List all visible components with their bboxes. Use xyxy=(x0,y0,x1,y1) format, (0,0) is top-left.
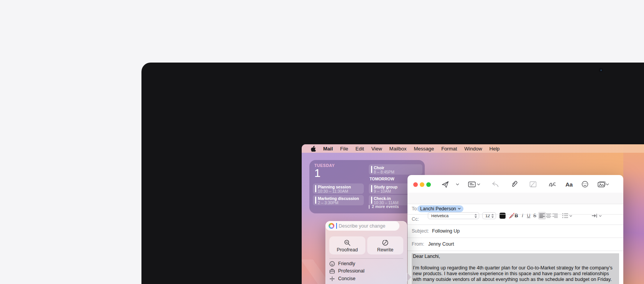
row-divider xyxy=(407,238,623,238)
photo-browser-chevron-icon[interactable] xyxy=(606,183,609,186)
zoom-button[interactable] xyxy=(426,182,431,187)
message-body[interactable]: Dear Lanchi, I’m following up regarding … xyxy=(412,253,619,284)
proofread-label: Proofread xyxy=(329,247,365,253)
event-time: 9 – 10AM xyxy=(374,189,391,193)
describe-change-input[interactable]: Describe your change xyxy=(325,221,399,231)
menu-item-window[interactable]: Window xyxy=(464,146,482,152)
format-button[interactable]: Aa xyxy=(565,181,573,188)
menu-item-mailbox[interactable]: Mailbox xyxy=(389,146,407,152)
rewrite-label: Rewrite xyxy=(367,247,403,253)
more-events-label: 2 more events xyxy=(372,204,399,209)
smiley-icon xyxy=(329,261,335,267)
recipient-token[interactable]: Lanchi Pederson xyxy=(417,205,463,212)
apple-menu-icon[interactable] xyxy=(310,145,316,152)
header-fields-button[interactable] xyxy=(468,180,476,188)
proofread-button[interactable]: Proofread xyxy=(329,236,365,254)
widget-day-number: 1 xyxy=(314,167,320,180)
desktop-screen: Mail File Edit View Mailbox Message Form… xyxy=(302,144,644,284)
menu-item-friendly[interactable]: Friendly xyxy=(329,261,403,268)
input-placeholder: Describe your change xyxy=(339,223,386,229)
menu-item-label: Concise xyxy=(338,276,355,281)
cc-field[interactable] xyxy=(407,214,623,225)
token-chevron-icon xyxy=(458,208,461,210)
send-button[interactable] xyxy=(441,180,449,188)
writing-tools-popover: Describe your change Proofread Rewrite xyxy=(325,221,407,284)
menu-item-message[interactable]: Message xyxy=(414,146,434,152)
menu-item-mail[interactable]: Mail xyxy=(323,146,333,152)
menu-item-edit[interactable]: Edit xyxy=(355,146,364,152)
header-fields-chevron-icon[interactable] xyxy=(477,183,480,186)
event-color-bar xyxy=(371,185,372,192)
emoji-button[interactable] xyxy=(581,180,589,188)
briefcase-icon xyxy=(329,268,335,274)
attach-button[interactable] xyxy=(510,180,518,188)
reply-button[interactable] xyxy=(491,180,499,188)
format-bar: Helvetica 12 B I U S xyxy=(407,193,623,204)
wallpaper-right xyxy=(623,144,644,284)
rewrite-icon xyxy=(382,239,389,246)
event-time: 10:30 – 11:30AM xyxy=(318,189,348,193)
menu-item-label: Professional xyxy=(338,268,365,274)
compose-window: Aa Helvetica 12 xyxy=(407,175,623,284)
event-color-bar xyxy=(315,185,316,192)
rewrite-button[interactable]: Rewrite xyxy=(367,236,403,254)
menu-item-view[interactable]: View xyxy=(371,146,382,152)
recipient-name: Lanchi Pederson xyxy=(420,206,456,211)
event-color-bar xyxy=(315,196,316,204)
event-color-bar xyxy=(369,205,370,209)
menu-bar: Mail File Edit View Mailbox Message Form… xyxy=(302,144,644,153)
event-planning-session[interactable]: Planning session 10:30 – 11:30AM xyxy=(313,183,364,194)
webcam-dot xyxy=(599,68,603,72)
text-caret xyxy=(336,223,337,229)
menu-item-label: Friendly xyxy=(338,261,355,266)
from-label: From: xyxy=(412,241,424,247)
popover-divider xyxy=(329,258,403,259)
event-marketing-discussion[interactable]: Marketing discussion 2 – 3:30PM xyxy=(313,195,364,205)
widget-tomorrow-label: TOMORROW xyxy=(370,177,394,181)
apple-intelligence-icon xyxy=(329,223,334,229)
row-divider xyxy=(407,204,623,204)
selected-text-block: Dear Lanchi, I’m following up regarding … xyxy=(412,253,619,284)
event-time: 8 – 8:45PM xyxy=(374,170,394,174)
body-greeting: Dear Lanchi, xyxy=(413,254,618,259)
menu-item-concise[interactable]: Concise xyxy=(329,276,403,283)
photo-browser-button[interactable] xyxy=(597,180,606,188)
event-time: 2 – 3:30PM xyxy=(318,200,338,205)
event-choir[interactable]: Choir 8 – 8:45PM xyxy=(369,164,422,175)
subject-label: Subject: xyxy=(412,228,429,234)
row-divider xyxy=(407,225,623,225)
subject-value[interactable]: Following Up xyxy=(432,228,460,234)
from-value[interactable]: Jenny Court xyxy=(428,241,454,247)
proofread-magnifier-icon xyxy=(344,239,351,246)
menu-item-file[interactable]: File xyxy=(340,146,348,152)
menu-item-help[interactable]: Help xyxy=(490,146,500,152)
body-paragraph: I’m following up regarding the 4th quart… xyxy=(413,265,618,282)
menu-item-format[interactable]: Format xyxy=(441,146,457,152)
monitor-bezel: Mail File Edit View Mailbox Message Form… xyxy=(141,63,644,284)
send-options-chevron-icon[interactable] xyxy=(456,183,459,186)
concise-icon xyxy=(329,276,335,282)
event-color-bar xyxy=(371,196,372,204)
row-divider xyxy=(407,251,623,251)
event-color-bar xyxy=(371,166,372,173)
menu-item-professional[interactable]: Professional xyxy=(329,268,403,275)
writing-tools-button[interactable] xyxy=(548,180,557,188)
minimize-button[interactable] xyxy=(420,182,424,187)
close-button[interactable] xyxy=(413,182,418,187)
signature-button[interactable] xyxy=(529,180,537,188)
